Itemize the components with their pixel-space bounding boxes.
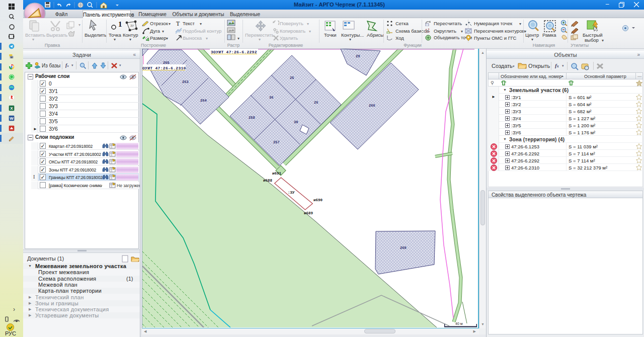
svg-text:264: 264 bbox=[200, 99, 207, 103]
svg-text:25: 25 bbox=[290, 76, 294, 80]
svg-text:266: 266 bbox=[369, 104, 375, 108]
svg-text:ОУИТ 47:26-6.2310: ОУИТ 47:26-6.2310 bbox=[142, 66, 186, 70]
svg-text:и690: и690 bbox=[313, 198, 323, 202]
svg-text:263: 263 bbox=[182, 80, 189, 84]
svg-text:W: W bbox=[10, 116, 14, 121]
svg-text:258: 258 bbox=[249, 116, 255, 120]
svg-text:29: 29 bbox=[356, 54, 360, 58]
svg-text:ЗОУИТ 47:26-6.2292: ЗОУИТ 47:26-6.2292 bbox=[211, 50, 257, 54]
svg-text:257: 257 bbox=[273, 140, 280, 144]
svg-text:265: 265 bbox=[163, 61, 170, 65]
svg-text:26: 26 bbox=[314, 101, 318, 105]
svg-text:X: X bbox=[10, 106, 13, 111]
svg-text:1: 1 bbox=[118, 20, 122, 28]
svg-text:36: 36 bbox=[269, 96, 273, 100]
svg-text:..: .. bbox=[469, 21, 471, 24]
svg-text:и691: и691 bbox=[272, 172, 282, 176]
svg-text:и688: и688 bbox=[263, 179, 273, 183]
svg-text:30: 30 bbox=[294, 120, 298, 124]
svg-text:260: 260 bbox=[400, 246, 407, 250]
svg-text:T: T bbox=[176, 21, 180, 26]
svg-text:и689: и689 bbox=[304, 211, 313, 215]
svg-text:40 м: 40 м bbox=[455, 322, 463, 325]
svg-text:ЗУ: ЗУ bbox=[130, 24, 134, 27]
svg-text::ЗУ: :ЗУ bbox=[288, 191, 295, 195]
